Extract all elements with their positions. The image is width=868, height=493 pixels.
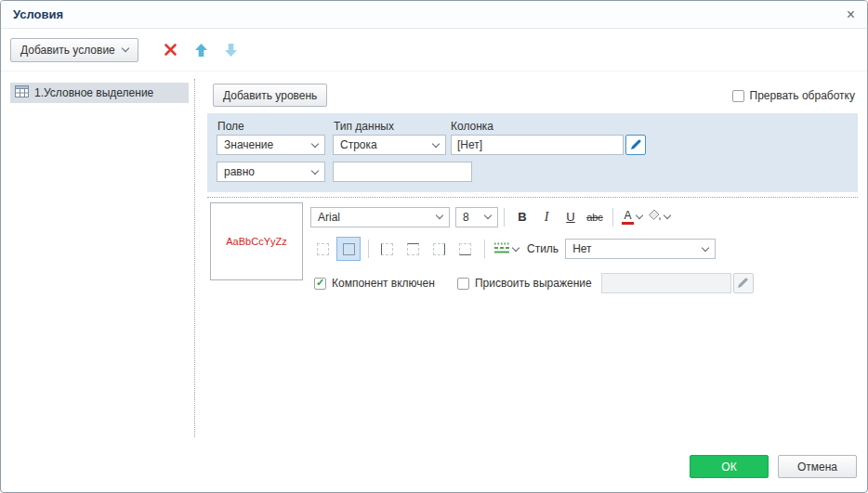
add-level-button[interactable]: Добавить уровень bbox=[213, 84, 327, 107]
chevron-down-icon bbox=[512, 243, 519, 251]
cancel-button[interactable]: Отмена bbox=[778, 455, 857, 478]
chevron-down-icon bbox=[702, 243, 709, 251]
border-bottom-icon bbox=[459, 243, 471, 255]
section-separator bbox=[207, 197, 858, 198]
assign-expression-checkbox[interactable]: Присвоить выражение bbox=[457, 277, 592, 290]
delete-condition-icon[interactable] bbox=[164, 43, 178, 57]
column-edit-button[interactable] bbox=[625, 135, 646, 155]
border-all-icon bbox=[343, 243, 355, 255]
close-icon[interactable]: × bbox=[847, 7, 855, 22]
move-up-icon[interactable] bbox=[195, 44, 207, 57]
component-enabled-checkbox[interactable]: ✓ Компонент включен bbox=[314, 277, 435, 290]
underline-button[interactable]: U bbox=[559, 206, 583, 228]
dialog-title: Условия bbox=[13, 7, 63, 21]
style-select[interactable]: Нет bbox=[565, 239, 716, 259]
edit-pencil-icon bbox=[631, 138, 641, 152]
checkbox-unchecked-icon[interactable] bbox=[732, 90, 744, 102]
border-top-icon bbox=[407, 243, 419, 255]
component-enabled-label: Компонент включен bbox=[332, 277, 435, 290]
font-toolbar: Arial 8 B I U abc A bbox=[310, 205, 673, 228]
toolbar-divider bbox=[484, 240, 485, 258]
operator-select[interactable]: равно bbox=[217, 162, 325, 182]
operand-input[interactable] bbox=[333, 162, 472, 182]
field-select-value: Значение bbox=[224, 138, 273, 151]
toolbar-divider bbox=[612, 208, 613, 227]
chevron-down-icon bbox=[636, 212, 643, 219]
chevron-down-icon bbox=[436, 212, 443, 219]
chevron-down-icon bbox=[122, 45, 129, 52]
border-none-button[interactable] bbox=[310, 237, 335, 261]
font-size-value: 8 bbox=[463, 211, 469, 224]
checkbox-unchecked-icon[interactable] bbox=[457, 278, 469, 290]
chevron-down-icon bbox=[311, 139, 319, 147]
conditions-dialog: Условия × Добавить условие 1. bbox=[0, 0, 868, 493]
condition-list-item-label: 1.Условное выделение bbox=[34, 86, 153, 99]
dialog-titlebar: Условия × bbox=[1, 1, 867, 29]
panel-separator bbox=[194, 79, 195, 437]
conditions-toolbar: Добавить условие bbox=[1, 29, 867, 71]
add-condition-button[interactable]: Добавить условие bbox=[10, 38, 138, 62]
fill-color-icon bbox=[648, 209, 662, 225]
break-processing-checkbox[interactable]: Прервать обработку bbox=[732, 89, 855, 102]
style-select-value: Нет bbox=[572, 242, 591, 255]
font-color-icon: A bbox=[624, 210, 631, 221]
border-all-button[interactable] bbox=[336, 237, 361, 261]
type-select[interactable]: Строка bbox=[333, 135, 446, 155]
style-label: Стиль bbox=[527, 242, 559, 255]
add-condition-label: Добавить условие bbox=[20, 44, 115, 57]
border-toolbar: Стиль Нет bbox=[310, 237, 716, 261]
operator-select-value: равно bbox=[224, 165, 255, 178]
border-left-button[interactable] bbox=[375, 237, 399, 261]
add-level-label: Добавить уровень bbox=[223, 89, 317, 102]
assign-expression-label: Присвоить выражение bbox=[475, 277, 592, 290]
font-color-bar bbox=[622, 222, 634, 225]
field-label: Поле bbox=[217, 120, 244, 133]
line-style-button[interactable] bbox=[491, 238, 521, 260]
checkbox-checked-icon[interactable]: ✓ bbox=[314, 278, 326, 290]
font-family-select[interactable]: Arial bbox=[310, 207, 450, 227]
ok-button[interactable]: ОК bbox=[690, 455, 769, 478]
font-color-button[interactable]: A bbox=[619, 206, 645, 228]
check-icon: ✓ bbox=[316, 278, 324, 288]
chevron-down-icon bbox=[311, 166, 319, 174]
type-label: Тип данных bbox=[334, 120, 394, 133]
column-label: Колонка bbox=[451, 120, 493, 133]
condition-form-panel: Поле Тип данных Колонка Значение Строка … bbox=[207, 113, 858, 192]
chevron-down-icon bbox=[664, 212, 671, 219]
border-left-icon bbox=[381, 243, 393, 255]
style-preview-text: AaBbCcYyZz bbox=[226, 236, 286, 247]
font-family-value: Arial bbox=[318, 211, 340, 224]
condition-grid-icon bbox=[15, 85, 29, 100]
italic-button[interactable]: I bbox=[534, 206, 559, 228]
font-size-select[interactable]: 8 bbox=[455, 207, 498, 227]
border-none-icon bbox=[317, 243, 329, 255]
fill-color-button[interactable] bbox=[645, 206, 673, 228]
expression-input bbox=[601, 273, 731, 293]
move-down-icon[interactable] bbox=[225, 44, 237, 57]
condition-list-item[interactable]: 1.Условное выделение bbox=[10, 83, 189, 103]
component-options-row: ✓ Компонент включен Присвоить выражение bbox=[314, 273, 754, 293]
field-select[interactable]: Значение bbox=[217, 135, 325, 155]
style-preview: AaBbCcYyZz bbox=[210, 202, 303, 280]
border-bottom-button[interactable] bbox=[453, 237, 477, 261]
chevron-down-icon bbox=[432, 139, 440, 147]
border-right-icon bbox=[433, 243, 445, 255]
chevron-down-icon bbox=[484, 212, 492, 219]
strikethrough-button[interactable]: abc bbox=[583, 206, 607, 228]
line-style-icon bbox=[493, 241, 510, 257]
bold-button[interactable]: B bbox=[510, 206, 534, 228]
break-processing-label: Прервать обработку bbox=[750, 89, 855, 102]
edit-pencil-icon bbox=[738, 277, 748, 291]
column-input[interactable] bbox=[451, 135, 624, 155]
border-right-button[interactable] bbox=[427, 237, 451, 261]
type-select-value: Строка bbox=[340, 138, 377, 151]
toolbar-divider bbox=[504, 208, 505, 227]
toolbar-divider bbox=[368, 240, 369, 258]
border-top-button[interactable] bbox=[401, 237, 425, 261]
expression-edit-button bbox=[733, 273, 754, 293]
